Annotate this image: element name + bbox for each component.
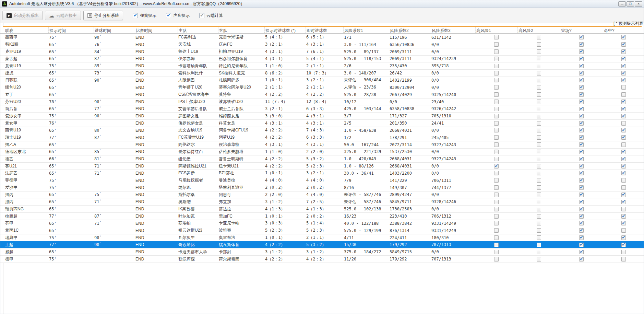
finished-checkbox[interactable]	[579, 64, 584, 68]
high-risk1-checkbox[interactable]	[494, 49, 499, 54]
finished-checkbox[interactable]	[579, 142, 584, 147]
table-row-selected[interactable]: 土超77'90`END哥兹塔比锡瓦斯体育4（2：2）5（3：2）15/30179…	[0, 241, 644, 248]
hit-checkbox[interactable]	[621, 193, 626, 197]
high-risk1-checkbox[interactable]	[494, 85, 499, 90]
table-row[interactable]: 爱沙女甲75'90`END罗图斯女足维姆西女足3（3：0）4（3：1）3/717…	[0, 113, 644, 120]
finished-checkbox[interactable]	[579, 100, 584, 104]
high-risk2-checkbox[interactable]	[537, 107, 541, 111]
hit-checkbox[interactable]	[621, 157, 626, 161]
hit-checkbox[interactable]	[621, 49, 626, 54]
hit-checkbox[interactable]	[621, 228, 626, 233]
table-row[interactable]: 韩K2联65'76`END天安城庆南FC3（2：1）4（3：1）3.0 - 11…	[0, 41, 644, 48]
high-risk1-checkbox[interactable]	[494, 228, 499, 233]
high-risk1-checkbox[interactable]	[494, 142, 499, 147]
hit-checkbox[interactable]	[621, 128, 626, 132]
column-header-2[interactable]: 提示时间	[48, 27, 94, 33]
finished-checkbox[interactable]	[579, 71, 584, 75]
hit-checkbox[interactable]	[621, 142, 626, 147]
hit-checkbox[interactable]	[621, 92, 626, 97]
hit-checkbox[interactable]	[621, 164, 626, 168]
high-risk1-checkbox[interactable]	[494, 114, 499, 118]
finished-checkbox[interactable]	[579, 164, 584, 168]
finished-checkbox[interactable]	[579, 178, 584, 183]
high-risk2-checkbox[interactable]	[537, 228, 541, 233]
high-risk1-checkbox[interactable]	[494, 207, 499, 211]
high-risk1-checkbox[interactable]	[494, 235, 499, 240]
high-risk1-checkbox[interactable]	[494, 243, 499, 247]
high-risk1-checkbox[interactable]	[494, 200, 499, 204]
table-row[interactable]: 挪乙A65'END阿伦达尔侯治森华特4（3：1）4（3：1）50.0 - 167…	[0, 141, 644, 149]
close-icon[interactable]: ✕	[635, 1, 642, 7]
finished-checkbox[interactable]	[579, 49, 584, 54]
column-header-7[interactable]: 提示时进球数 (*)	[264, 27, 306, 33]
finished-checkbox[interactable]	[579, 121, 584, 126]
hit-checkbox[interactable]	[621, 121, 626, 126]
high-risk2-checkbox[interactable]	[537, 128, 541, 132]
finished-checkbox[interactable]	[579, 78, 584, 82]
table-row[interactable]: 蒙古超65'87`END伊尔赤姆巴彦祖尔赫体育4（3：1）5（4：1）525.0…	[0, 56, 644, 63]
high-risk1-checkbox[interactable]	[494, 42, 499, 47]
high-risk2-checkbox[interactable]	[537, 185, 541, 190]
column-header-1[interactable]: 联赛	[4, 27, 48, 33]
table-row[interactable]: 荷后备65'77`END艾普罕瑟后备队威士兰后备队3（2：1）6（3：3）425…	[0, 105, 644, 113]
high-risk1-checkbox[interactable]	[494, 121, 499, 126]
table-row[interactable]: 英U2165'71`END阿斯顿维拉U21纽卡素U214（2：2）5（2：3）1…	[0, 163, 644, 170]
sound-alert-checkbox[interactable]: 声音提示	[166, 13, 190, 19]
column-header-3[interactable]: 进球时间	[94, 27, 135, 33]
table-row[interactable]: 西青U1965'80`END尤文古纳U19阿鲁卡斯CFU194（2：2）7（4：…	[0, 127, 644, 134]
table-row[interactable]: 意女甲76'END佛罗伦萨女足科莫女足4（3：1）4（3：1）2/5201/35…	[0, 120, 644, 127]
column-header-15[interactable]: 命中?	[603, 27, 644, 33]
table-row[interactable]: 日职联65'90`END大阪钢巴札幌冈萨多1（0：1）3（2：1）未评估 - 3…	[0, 77, 644, 84]
start-analysis-button[interactable]: ▶ 启动分析系统	[2, 11, 43, 20]
high-risk2-checkbox[interactable]	[537, 171, 541, 175]
column-header-13[interactable]: 高风险2	[517, 27, 560, 33]
table-row[interactable]: 意青U1975'89`END卡塞塔纳青年队特拉帕尼青年队1（1：0）2（1：1）…	[0, 62, 644, 70]
high-risk2-checkbox[interactable]	[537, 214, 541, 219]
hit-checkbox[interactable]	[621, 235, 626, 240]
high-risk1-checkbox[interactable]	[494, 171, 499, 175]
high-risk1-checkbox[interactable]	[494, 35, 499, 39]
table-row[interactable]: 捷戊65'73`END索科尔利比什SK拉科夫尼克8（6：2）10（7：3）3.0…	[0, 70, 644, 77]
table-row[interactable]: 墨西甲75'90`ENDFC美利达克雷卡米诺斯5（4：1）6（5：1）1/111…	[0, 34, 644, 41]
hit-checkbox[interactable]	[621, 42, 626, 47]
finished-checkbox[interactable]	[579, 85, 584, 90]
high-risk1-checkbox[interactable]	[494, 157, 499, 161]
table-row[interactable]: 德乙66'81`END纽伦堡普鲁士明斯特4（2：2）5（3：2）1.0 - 42…	[0, 155, 644, 163]
hit-checkbox[interactable]	[621, 107, 626, 111]
minimize-icon[interactable]: —	[618, 1, 626, 7]
table-row[interactable]: 瑞士U1977'87`ENDFC苏黎世U19阿劳U194（2：2）6（3：3）1…	[0, 134, 644, 141]
cloud-calc-checkbox[interactable]: 云端计算	[199, 13, 223, 19]
finished-checkbox[interactable]	[579, 171, 584, 175]
table-row[interactable]: 威超65'END卡迪夫都市大学卡那封3（1：2）3（1：2）375.0 - 18…	[0, 248, 644, 256]
finished-checkbox[interactable]	[579, 157, 584, 161]
table-row[interactable]: 挪丙65'71`END奥斯陆弗立加3（1：2）7（2：5）未评估 - 587/7…	[0, 198, 644, 206]
column-header-14[interactable]: 完场?	[560, 27, 603, 33]
finished-checkbox[interactable]	[579, 257, 584, 261]
high-risk1-checkbox[interactable]	[494, 164, 499, 168]
high-risk1-checkbox[interactable]	[494, 221, 499, 225]
finished-checkbox[interactable]	[579, 114, 584, 118]
high-risk1-checkbox[interactable]	[494, 64, 499, 68]
high-risk2-checkbox[interactable]	[537, 121, 541, 126]
high-risk2-checkbox[interactable]	[537, 85, 541, 90]
table-row[interactable]: 意丙1C65'END祖云达斯U23波坦察5（2：3）5（2：3）575.0 - …	[0, 227, 644, 234]
hit-checkbox[interactable]	[621, 178, 626, 183]
high-risk2-checkbox[interactable]	[537, 178, 541, 183]
table-row[interactable]: 德甲75'END勒沃库森荷尔斯泰因4（2：2）4（2：2）11/20179/29…	[0, 256, 644, 263]
high-risk2-checkbox[interactable]	[537, 235, 541, 240]
hit-checkbox[interactable]	[621, 171, 626, 175]
hit-checkbox[interactable]	[621, 214, 626, 219]
finished-checkbox[interactable]	[579, 135, 584, 140]
high-risk2-checkbox[interactable]	[537, 78, 541, 82]
high-risk2-checkbox[interactable]	[537, 221, 541, 225]
high-risk2-checkbox[interactable]	[537, 207, 541, 211]
column-header-4[interactable]: 比赛时间	[135, 27, 178, 33]
finished-checkbox[interactable]	[579, 128, 584, 132]
table-row[interactable]: 克亚U1965'84`END鲁达士U19祖帕尼亚U194（3：1）7（6：1）5…	[0, 48, 644, 56]
high-risk2-checkbox[interactable]	[537, 164, 541, 168]
finished-checkbox[interactable]	[579, 235, 584, 240]
high-risk1-checkbox[interactable]	[494, 185, 499, 190]
high-risk1-checkbox[interactable]	[494, 78, 499, 82]
hit-checkbox[interactable]	[621, 57, 626, 61]
high-risk1-checkbox[interactable]	[494, 193, 499, 197]
